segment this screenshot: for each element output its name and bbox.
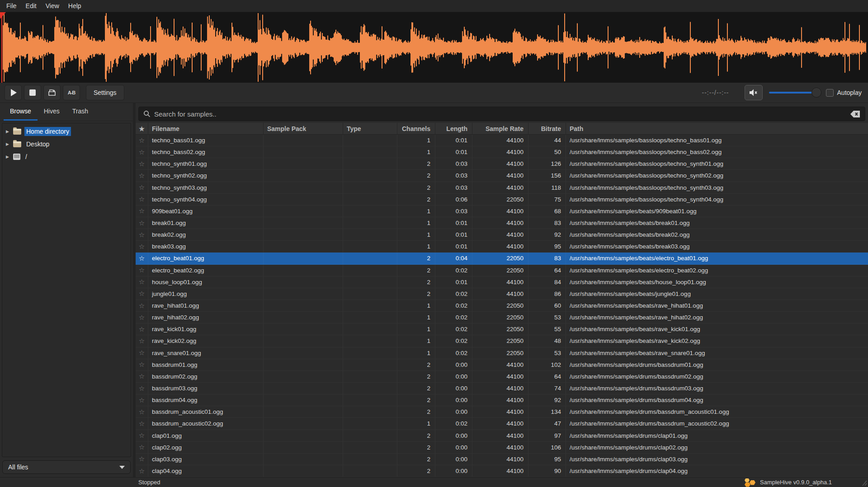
table-row[interactable]: ☆clap01.ogg20:004410097/usr/share/lmms/s… bbox=[136, 430, 868, 442]
favorite-star-icon[interactable]: ☆ bbox=[136, 135, 148, 146]
favorite-star-icon[interactable]: ☆ bbox=[136, 276, 148, 288]
volume-slider[interactable] bbox=[769, 88, 820, 98]
favorite-star-icon[interactable]: ☆ bbox=[136, 146, 148, 158]
tab-hives[interactable]: Hives bbox=[38, 103, 66, 121]
menu-file[interactable]: File bbox=[2, 0, 21, 12]
favorite-star-icon[interactable]: ☆ bbox=[136, 288, 148, 300]
favorite-star-icon[interactable]: ☆ bbox=[136, 383, 148, 394]
tab-trash[interactable]: Trash bbox=[66, 103, 94, 121]
app-version-label: SampleHive v0.9.0_alpha.1 bbox=[760, 479, 832, 486]
favorite-star-icon[interactable]: ☆ bbox=[136, 371, 148, 382]
table-row[interactable]: ☆rave_hihat02.ogg10:022205053/usr/share/… bbox=[136, 312, 868, 323]
clear-search-icon[interactable] bbox=[850, 111, 860, 117]
cell-filename: techno_synth03.ogg bbox=[148, 182, 264, 193]
favorite-star-icon[interactable]: ☆ bbox=[136, 253, 148, 264]
ab-loop-button[interactable]: A-B bbox=[63, 85, 80, 100]
favorite-star-icon[interactable]: ☆ bbox=[136, 206, 148, 217]
table-row[interactable]: ☆rave_hihat01.ogg10:022205060/usr/share/… bbox=[136, 300, 868, 312]
cell-bitrate: 95 bbox=[528, 241, 566, 252]
autoplay-checkbox[interactable] bbox=[826, 89, 834, 97]
table-row[interactable]: ☆techno_bass01.ogg10:014410044/usr/share… bbox=[136, 135, 868, 146]
column-header-bitrate[interactable]: Bitrate bbox=[528, 123, 566, 134]
column-header-filename[interactable]: Filename bbox=[148, 123, 264, 134]
favorite-star-icon[interactable]: ☆ bbox=[136, 406, 148, 417]
table-row[interactable]: ☆bassdrum02.ogg20:004410064/usr/share/lm… bbox=[136, 371, 868, 383]
favorite-column-header[interactable]: ★ bbox=[136, 123, 148, 134]
favorite-star-icon[interactable]: ☆ bbox=[136, 241, 148, 252]
menu-help[interactable]: Help bbox=[64, 0, 86, 12]
favorite-star-icon[interactable]: ☆ bbox=[136, 347, 148, 359]
table-row[interactable]: ☆break03.ogg10:014410095/usr/share/lmms/… bbox=[136, 241, 868, 253]
file-filter-dropdown[interactable]: All files bbox=[2, 460, 131, 474]
table-row[interactable]: ☆house_loop01.ogg20:014410084/usr/share/… bbox=[136, 276, 868, 288]
column-header-sample-pack[interactable]: Sample Pack bbox=[264, 123, 343, 134]
column-header-length[interactable]: Length bbox=[435, 123, 472, 134]
table-row[interactable]: ☆electro_beat02.ogg20:022205064/usr/shar… bbox=[136, 265, 868, 276]
column-header-path[interactable]: Path bbox=[566, 123, 868, 134]
favorite-star-icon[interactable]: ☆ bbox=[136, 323, 148, 335]
table-row[interactable]: ☆techno_synth01.ogg20:0344100126/usr/sha… bbox=[136, 158, 868, 170]
table-row[interactable]: ☆techno_synth02.ogg20:0344100156/usr/sha… bbox=[136, 170, 868, 182]
settings-button[interactable]: Settings bbox=[86, 85, 124, 100]
favorite-star-icon[interactable]: ☆ bbox=[136, 182, 148, 193]
column-header-sample-rate[interactable]: Sample Rate bbox=[472, 123, 528, 134]
table-row[interactable]: ☆bassdrum_acoustic02.ogg10:024410047/usr… bbox=[136, 418, 868, 430]
column-header-channels[interactable]: Channels bbox=[397, 123, 435, 134]
table-row[interactable]: ☆break01.ogg10:014410083/usr/share/lmms/… bbox=[136, 217, 868, 229]
favorite-star-icon[interactable]: ☆ bbox=[136, 335, 148, 347]
mute-button[interactable] bbox=[745, 85, 763, 100]
table-row[interactable]: ☆clap02.ogg20:0044100106/usr/share/lmms/… bbox=[136, 442, 868, 454]
table-row[interactable]: ☆bassdrum03.ogg20:004410074/usr/share/lm… bbox=[136, 383, 868, 394]
favorite-star-icon[interactable]: ☆ bbox=[136, 194, 148, 205]
menu-edit[interactable]: Edit bbox=[21, 0, 41, 12]
expander-icon[interactable]: ▶ bbox=[6, 129, 13, 134]
favorite-star-icon[interactable]: ☆ bbox=[136, 465, 148, 477]
search-input[interactable] bbox=[154, 110, 850, 118]
table-row[interactable]: ☆jungle01.ogg20:024410086/usr/share/lmms… bbox=[136, 288, 868, 300]
favorite-star-icon[interactable]: ☆ bbox=[136, 158, 148, 169]
menu-view[interactable]: View bbox=[41, 0, 64, 12]
table-row[interactable]: ☆rave_snare01.ogg10:022205053/usr/share/… bbox=[136, 347, 868, 359]
favorite-star-icon[interactable]: ☆ bbox=[136, 217, 148, 229]
table-row[interactable]: ☆rave_kick02.ogg10:022205048/usr/share/l… bbox=[136, 335, 868, 347]
table-row[interactable]: ☆rave_kick01.ogg10:022205055/usr/share/l… bbox=[136, 323, 868, 335]
table-row[interactable]: ☆clap03.ogg20:004410095/usr/share/lmms/s… bbox=[136, 454, 868, 465]
favorite-star-icon[interactable]: ☆ bbox=[136, 394, 148, 406]
waveform-viewer[interactable] bbox=[0, 12, 868, 83]
favorite-star-icon[interactable]: ☆ bbox=[136, 454, 148, 465]
tree-item-desktop[interactable]: ▶ Desktop bbox=[2, 138, 131, 150]
column-header-type[interactable]: Type bbox=[343, 123, 397, 134]
favorite-star-icon[interactable]: ☆ bbox=[136, 300, 148, 311]
table-row[interactable]: ☆clap04.ogg20:004410090/usr/share/lmms/s… bbox=[136, 465, 868, 477]
table-row[interactable]: ☆techno_synth04.ogg20:062205075/usr/shar… bbox=[136, 194, 868, 206]
expander-icon[interactable]: ▶ bbox=[6, 142, 13, 146]
table-row[interactable]: ☆909beat01.ogg10:034410068/usr/share/lmm… bbox=[136, 206, 868, 217]
waveform bbox=[0, 12, 868, 83]
favorite-star-icon[interactable]: ☆ bbox=[136, 359, 148, 370]
resize-grip[interactable] bbox=[859, 479, 867, 486]
volume-handle[interactable] bbox=[811, 88, 821, 98]
stop-button[interactable] bbox=[24, 85, 41, 100]
favorite-star-icon[interactable]: ☆ bbox=[136, 170, 148, 181]
table-row[interactable]: ☆bassdrum04.ogg20:004410092/usr/share/lm… bbox=[136, 394, 868, 406]
loop-sample-button[interactable] bbox=[43, 85, 61, 100]
favorite-star-icon[interactable]: ☆ bbox=[136, 265, 148, 276]
favorite-star-icon[interactable]: ☆ bbox=[136, 312, 148, 323]
play-button[interactable] bbox=[5, 85, 22, 100]
table-row[interactable]: ☆bassdrum_acoustic01.ogg20:0044100134/us… bbox=[136, 406, 868, 418]
favorite-star-icon[interactable]: ☆ bbox=[136, 430, 148, 441]
table-row[interactable]: ☆techno_synth03.ogg20:0344100118/usr/sha… bbox=[136, 182, 868, 194]
tab-browse[interactable]: Browse bbox=[4, 103, 38, 121]
table-row[interactable]: ☆techno_bass02.ogg10:014410050/usr/share… bbox=[136, 146, 868, 158]
tree-item-root[interactable]: ▶ / bbox=[2, 150, 131, 163]
cell-bitrate: 68 bbox=[528, 206, 566, 217]
favorite-star-icon[interactable]: ☆ bbox=[136, 229, 148, 240]
tree-item-home[interactable]: ▶ Home directory bbox=[2, 125, 131, 138]
favorite-star-icon[interactable]: ☆ bbox=[136, 418, 148, 429]
expander-icon[interactable]: ▶ bbox=[6, 155, 13, 159]
table-row[interactable]: ☆electro_beat01.ogg20:042205083/usr/shar… bbox=[136, 253, 868, 264]
favorite-star-icon[interactable]: ☆ bbox=[136, 442, 148, 453]
table-row[interactable]: ☆bassdrum01.ogg20:0044100102/usr/share/l… bbox=[136, 359, 868, 371]
table-row[interactable]: ☆break02.ogg10:014410092/usr/share/lmms/… bbox=[136, 229, 868, 241]
cell-sample-pack bbox=[264, 335, 343, 347]
